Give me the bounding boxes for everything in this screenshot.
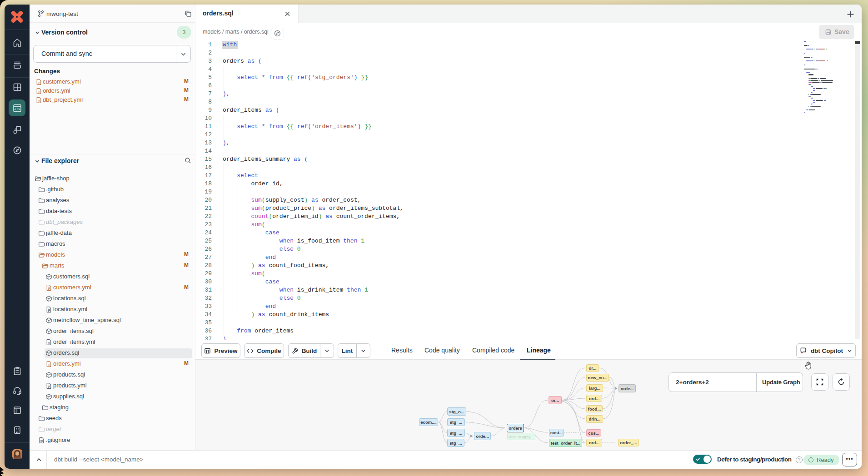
- svg-text:</>: </>: [14, 108, 20, 111]
